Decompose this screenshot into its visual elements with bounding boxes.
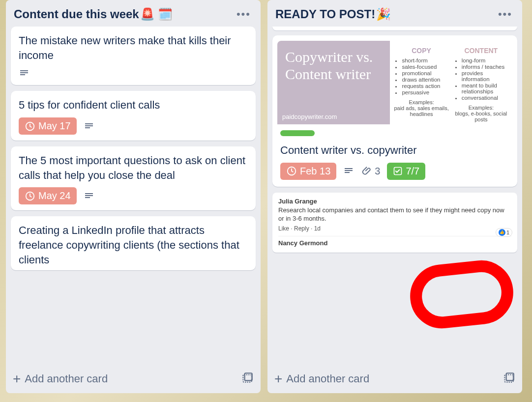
card-peek[interactable] [272, 27, 517, 30]
list-title[interactable]: Content due this week 🚨 🗓️ [14, 7, 173, 21]
clock-icon [25, 121, 35, 132]
list-header: Content due this week 🚨 🗓️ ••• [6, 0, 261, 27]
cover-title: Copywriter vs. Content writer [285, 49, 382, 83]
list-body: Copywriter vs. Content writer paidcopywr… [267, 27, 522, 366]
card-footer [19, 67, 248, 79]
cover-content-list: long-form informs / teaches provides inf… [454, 57, 508, 101]
card[interactable]: The mistake new writers make that kills … [11, 27, 256, 85]
checklist-count: 7/7 [406, 166, 419, 177]
due-date-badge[interactable]: May 17 [19, 117, 77, 135]
card-footer: May 24 [19, 187, 248, 204]
list-menu-button[interactable]: ••• [235, 7, 253, 22]
card-title: Creating a LinkedIn profile that attract… [19, 223, 248, 267]
card[interactable]: 5 tips for confident client calls May 17 [11, 91, 256, 141]
card-title: The mistake new writers make that kills … [19, 33, 248, 62]
list-ready-to-post: READY TO POST! 🎉 ••• Copywriter vs. Cont… [267, 0, 522, 393]
comment-author: Nancy Germond [278, 239, 511, 247]
card-footer: May 17 [19, 117, 248, 135]
cover-site: paidcopywriter.com [282, 113, 337, 120]
card-title: 5 tips for confident client calls [19, 98, 248, 113]
cover-left: Copywriter vs. Content writer paidcopywr… [277, 41, 390, 124]
checklist-icon [393, 166, 403, 176]
card-title: Content writer vs. copywriter [280, 143, 509, 158]
due-date-text: May 17 [38, 120, 71, 132]
cover-copy-examples: Examples: paid ads, sales emails, headli… [394, 99, 448, 117]
card-cover: Copywriter vs. Content writer paidcopywr… [277, 41, 512, 124]
comment-actions: Like · Reply · 1d [278, 225, 511, 232]
card[interactable]: Creating a LinkedIn profile that attract… [11, 216, 256, 270]
list-title-text: READY TO POST! [275, 7, 375, 21]
clock-icon [286, 166, 297, 176]
card-footer: Feb 13 3 7/7 [280, 163, 509, 180]
paperclip-icon [362, 166, 373, 176]
cover-right: COPY short-form sales-focused promotiona… [390, 41, 512, 124]
list-footer: + Add another card [6, 366, 261, 393]
list-title[interactable]: READY TO POST! 🎉 [275, 7, 391, 21]
due-date-badge[interactable]: May 24 [19, 187, 77, 204]
like-icon: 👍 [499, 229, 505, 236]
list-header: READY TO POST! 🎉 ••• [267, 0, 522, 27]
description-icon [343, 165, 355, 177]
clock-icon [25, 191, 35, 201]
add-card-label: Add another card [286, 373, 369, 385]
add-card-label: Add another card [25, 373, 108, 385]
cover-copy-list: short-form sales-focused promotional dra… [394, 57, 448, 95]
card-title: The 5 most important questions to ask on… [19, 153, 248, 182]
list-body: The mistake new writers make that kills … [6, 27, 261, 366]
description-icon [84, 120, 95, 132]
plus-icon: + [274, 372, 282, 386]
list-content-due: Content due this week 🚨 🗓️ ••• The mista… [6, 0, 261, 393]
list-footer: + Add another card [267, 366, 522, 393]
template-icon[interactable] [241, 372, 254, 386]
description-icon [19, 67, 30, 79]
card[interactable]: The 5 most important questions to ask on… [11, 146, 256, 210]
list-menu-button[interactable]: ••• [496, 7, 514, 22]
due-date-text: Feb 13 [300, 166, 330, 177]
due-date-text: May 24 [38, 190, 71, 201]
template-icon[interactable] [502, 372, 515, 386]
reaction-badge[interactable]: 👍 1 [496, 228, 512, 237]
cover-content-col: CONTENT long-form informs / teaches prov… [454, 47, 508, 122]
add-card-button[interactable]: + Add another card [274, 372, 498, 386]
cover-copy-heading: COPY [394, 47, 448, 55]
card[interactable]: Julia Grange Research local companies an… [272, 193, 517, 253]
comment-author: Julia Grange [278, 198, 511, 205]
attachment-badge: 3 [362, 166, 380, 177]
cover-copy-col: COPY short-form sales-focused promotiona… [394, 47, 448, 122]
list-title-emoji: 🚨 🗓️ [140, 7, 173, 21]
annotation-circle [407, 257, 516, 331]
attachment-count: 3 [375, 166, 380, 177]
card[interactable]: Copywriter vs. Content writer paidcopywr… [272, 35, 517, 187]
comment-divider: Nancy Germond [278, 236, 511, 247]
description-icon [84, 190, 95, 202]
due-date-badge[interactable]: Feb 13 [280, 163, 336, 180]
add-card-button[interactable]: + Add another card [13, 372, 236, 386]
cover-content-heading: CONTENT [454, 47, 508, 55]
plus-icon: + [13, 372, 21, 386]
list-title-text: Content due this week [14, 7, 139, 21]
comment-text: Research local companies and contact the… [278, 206, 511, 223]
label-green[interactable] [280, 130, 315, 136]
reaction-count: 1 [506, 230, 509, 235]
cover-content-examples: Examples: blogs, e-books, social posts [454, 105, 508, 122]
checklist-badge: 7/7 [387, 163, 425, 180]
list-title-emoji: 🎉 [376, 7, 391, 21]
